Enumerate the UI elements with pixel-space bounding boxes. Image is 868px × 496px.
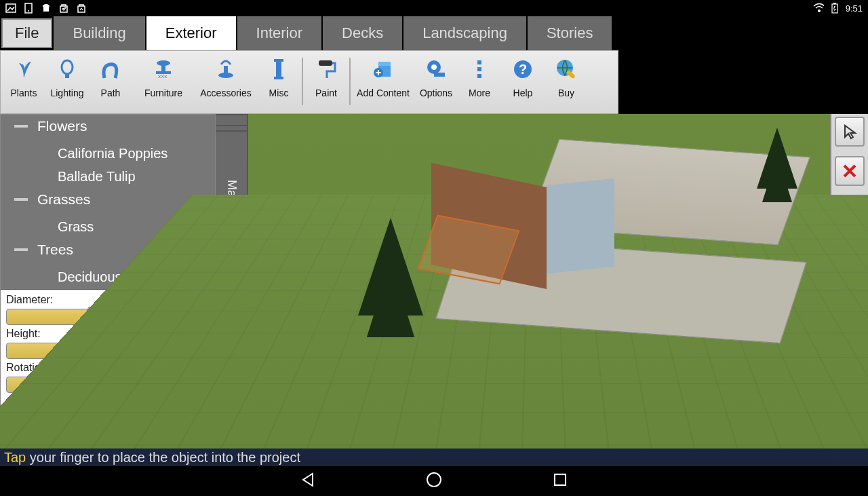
svg-rect-32 — [477, 60, 481, 64]
android-icon — [41, 3, 52, 14]
svg-rect-51 — [555, 474, 566, 485]
status-time: 9:51 — [846, 3, 863, 14]
tool-lighting[interactable]: Lighting — [45, 54, 89, 112]
svg-rect-21 — [224, 66, 228, 74]
tool-accessories[interactable]: Accessories — [195, 54, 257, 112]
fountain-icon — [214, 58, 237, 81]
tool-label: Accessories — [200, 88, 251, 98]
svg-rect-12 — [833, 3, 836, 4]
box-plus-icon — [372, 58, 395, 81]
more-icon — [468, 58, 491, 81]
svg-text:?: ? — [519, 62, 527, 77]
wifi-icon — [813, 3, 824, 14]
android-status-bar: 9:51 — [0, 0, 868, 16]
menu-stories[interactable]: Stories — [528, 16, 613, 50]
collapse-icon — [14, 198, 28, 201]
tool-label: Misc — [269, 88, 289, 98]
svg-text:xXx: xXx — [158, 73, 167, 79]
image-icon — [5, 3, 16, 14]
home-button[interactable] — [425, 471, 443, 491]
svg-marker-13 — [833, 6, 836, 12]
bag2-icon — [76, 3, 87, 14]
svg-rect-25 — [319, 60, 332, 66]
workspace: Flowers California Poppies Ballade Tulip… — [0, 114, 868, 466]
tool-label: Lighting — [50, 88, 83, 98]
tool-plants[interactable]: Plants — [2, 54, 45, 112]
svg-rect-15 — [65, 74, 69, 78]
svg-marker-8 — [62, 7, 66, 10]
android-nav-bar — [0, 466, 868, 496]
tool-label: Path — [101, 88, 121, 98]
tool-options[interactable]: Options — [414, 54, 458, 112]
collapse-icon — [14, 248, 28, 251]
tool-label: More — [469, 88, 490, 98]
pine-tree — [370, 236, 411, 297]
tool-label: Options — [420, 88, 452, 98]
svg-rect-17 — [161, 64, 165, 71]
phone-icon — [23, 3, 34, 14]
3d-viewport[interactable] — [248, 114, 830, 466]
vtab-blank[interactable] — [216, 114, 247, 126]
furniture-icon: xXx — [152, 58, 175, 81]
svg-point-2 — [28, 10, 29, 12]
svg-point-6 — [43, 4, 50, 8]
tool-label: Buy — [558, 88, 574, 98]
recents-button[interactable] — [551, 471, 569, 491]
globe-key-icon — [555, 58, 578, 81]
tree-item[interactable]: Ballade Tulip — [1, 165, 215, 188]
svg-rect-24 — [274, 77, 283, 79]
hint-text: your finger to place the object into the… — [26, 450, 300, 465]
svg-rect-9 — [78, 6, 85, 12]
house-render — [404, 134, 770, 324]
back-button[interactable] — [299, 471, 317, 491]
svg-point-10 — [818, 9, 821, 12]
svg-rect-34 — [477, 74, 481, 78]
tool-label: Paint — [315, 88, 337, 98]
divider — [349, 58, 351, 105]
sprout-icon — [12, 58, 35, 81]
tool-misc[interactable]: Misc — [257, 54, 300, 112]
roller-icon — [315, 58, 338, 81]
menu-interior[interactable]: Interior — [237, 16, 323, 50]
tool-addcontent[interactable]: Add Content — [352, 54, 414, 112]
tool-paint[interactable]: Paint — [304, 54, 348, 112]
svg-rect-31 — [434, 73, 445, 77]
delete-tool[interactable] — [835, 156, 865, 186]
main-menu: File Building Exterior Interior Decks La… — [0, 16, 868, 50]
tool-more[interactable]: More — [458, 54, 501, 112]
bulb-icon — [56, 58, 79, 81]
tape-icon — [425, 58, 448, 81]
hint-bar: Tap your finger to place the object into… — [0, 449, 868, 466]
tool-label: Help — [513, 88, 533, 98]
menu-exterior[interactable]: Exterior — [146, 16, 237, 50]
menu-decks[interactable]: Decks — [323, 16, 403, 50]
svg-point-14 — [62, 60, 73, 74]
battery-icon — [829, 3, 840, 14]
tool-label: Add Content — [357, 88, 410, 98]
menu-file[interactable]: File — [1, 18, 52, 48]
svg-rect-11 — [832, 4, 837, 13]
toolbar: Plants Lighting Path xXx Furniture Acces… — [0, 50, 618, 114]
tree-item[interactable]: California Poppies — [1, 142, 215, 165]
tool-help[interactable]: ? Help — [501, 54, 545, 112]
hint-highlight: Tap — [4, 450, 26, 465]
tool-label: Plants — [11, 88, 37, 98]
svg-rect-22 — [276, 60, 281, 77]
menu-landscaping[interactable]: Landscaping — [403, 16, 528, 50]
svg-rect-23 — [274, 59, 283, 62]
bag-icon — [58, 3, 69, 14]
collapse-icon — [14, 125, 28, 128]
pointer-tool[interactable] — [835, 117, 865, 147]
menu-building[interactable]: Building — [54, 16, 146, 50]
path-icon — [99, 58, 122, 81]
column-icon — [267, 58, 290, 81]
svg-rect-27 — [378, 62, 391, 66]
tool-path[interactable]: Path — [89, 54, 132, 112]
tool-label: Furniture — [144, 88, 182, 98]
tree-cat-flowers[interactable]: Flowers — [1, 115, 215, 138]
help-icon: ? — [511, 58, 534, 81]
tool-furniture[interactable]: xXx Furniture — [132, 54, 195, 112]
svg-rect-33 — [477, 67, 481, 71]
tool-buy[interactable]: Buy — [545, 54, 588, 112]
svg-point-30 — [431, 64, 437, 70]
